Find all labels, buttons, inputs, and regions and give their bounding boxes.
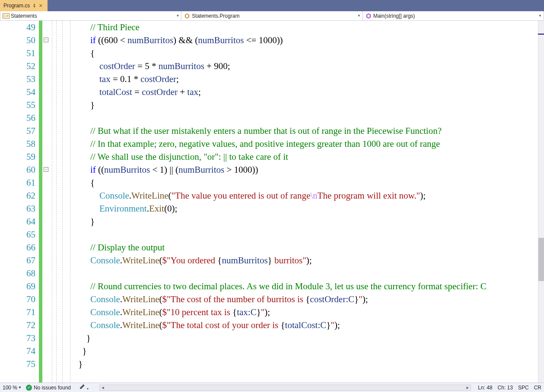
code-line[interactable]: { — [74, 47, 544, 60]
code-line[interactable]: Console.WriteLine($"10 percent tax is {t… — [74, 306, 544, 319]
code-line[interactable] — [74, 111, 544, 124]
csharp-icon: C# — [3, 13, 9, 19]
code-line[interactable]: // But what if the user mistakenly enter… — [74, 124, 544, 137]
code-line[interactable]: Console.WriteLine($"The cost of the numb… — [74, 293, 544, 306]
code-line[interactable]: Console.WriteLine($"The total cost of yo… — [74, 319, 544, 332]
document-tab-bar: Program.cs × — [0, 0, 544, 11]
close-icon[interactable]: × — [39, 3, 44, 8]
line-number: 74 — [0, 345, 35, 357]
vertical-scrollbar[interactable] — [538, 21, 544, 383]
issues-text: No issues found — [34, 385, 71, 391]
code-line[interactable]: Environment.Exit(0); — [74, 202, 544, 215]
code-line[interactable]: } — [74, 215, 544, 228]
line-ending: CR — [534, 385, 541, 391]
code-line[interactable]: // In that example; zero, negative value… — [74, 137, 544, 150]
code-line[interactable]: // Display the output — [74, 241, 544, 254]
caret-indicator — [538, 34, 544, 35]
code-nav-bar: C# Statements ▼ Statements.Program ▼ Mai… — [0, 11, 544, 21]
cursor-position[interactable]: Ln: 48 Ch: 13 SPC CR — [478, 385, 541, 391]
char-number: Ch: 13 — [498, 385, 513, 391]
line-number: 63 — [0, 202, 35, 215]
code-line[interactable]: Console.WriteLine($"You ordered {numBurr… — [74, 254, 544, 267]
tab-title: Program.cs — [3, 3, 30, 9]
line-number: 62 — [0, 189, 35, 202]
status-bar: 100 % ▼ ✓ No issues found ▾ ◄ ► Ln: 48 C… — [0, 383, 544, 392]
pin-icon[interactable] — [32, 4, 36, 8]
chevron-down-icon[interactable]: ▼ — [176, 14, 179, 18]
chevron-down-icon[interactable]: ▼ — [18, 386, 22, 389]
scroll-right-icon[interactable]: ► — [464, 385, 471, 390]
line-number: 70 — [0, 293, 35, 306]
code-body[interactable]: // Third Piece if ((600 < numBurritos) &… — [74, 21, 544, 383]
chevron-down-icon[interactable]: ▼ — [538, 14, 542, 18]
line-number: 66 — [0, 241, 35, 254]
fold-toggle[interactable]: − — [44, 38, 48, 42]
code-line[interactable]: } — [74, 357, 544, 370]
code-line[interactable]: costOrder = 5 * numBurritos + 900; — [74, 60, 544, 73]
code-line[interactable]: } — [74, 98, 544, 111]
line-number: 72 — [0, 319, 35, 332]
line-number: 67 — [0, 254, 35, 267]
scroll-left-icon[interactable]: ◄ — [100, 385, 106, 390]
code-line[interactable]: totalCost = costOrder + tax; — [74, 85, 544, 98]
line-number: 73 — [0, 332, 35, 345]
nav-method-label: Main(string[] args) — [373, 13, 415, 19]
line-number: 60 — [0, 163, 35, 176]
line-number: 59 — [0, 150, 35, 163]
nav-class-label: Statements.Program — [192, 13, 239, 19]
code-line[interactable]: if ((600 < numBurritos) && (numBurritos … — [74, 34, 544, 47]
nav-project[interactable]: C# Statements ▼ — [0, 11, 181, 20]
line-number: 54 — [0, 85, 35, 98]
fold-column[interactable]: −− — [42, 21, 51, 383]
modification-bar — [39, 21, 42, 383]
code-line[interactable] — [74, 267, 544, 280]
line-number: 75 — [0, 357, 35, 370]
code-line[interactable]: } — [74, 345, 544, 357]
method-icon — [366, 13, 372, 19]
code-editor[interactable]: 4950515253545556575859606162636465666768… — [0, 21, 544, 383]
line-number: 64 — [0, 215, 35, 228]
zoom-control[interactable]: 100 % ▼ — [3, 385, 22, 391]
code-line[interactable]: // Third Piece — [74, 21, 544, 34]
line-number: 55 — [0, 98, 35, 111]
chevron-down-icon[interactable]: ▼ — [357, 14, 361, 18]
code-line[interactable]: tax = 0.1 * costOrder; — [74, 73, 544, 85]
line-number: 69 — [0, 280, 35, 293]
pencil-icon[interactable]: ▾ — [75, 384, 92, 391]
code-line[interactable]: if ((numBurritos < 1) || (numBurritos > … — [74, 163, 544, 176]
line-number: 49 — [0, 21, 35, 34]
indent-guides — [51, 21, 59, 383]
line-number: 53 — [0, 73, 35, 85]
line-number: 56 — [0, 111, 35, 124]
check-icon: ✓ — [26, 385, 32, 391]
line-number: 50 — [0, 34, 35, 47]
nav-class[interactable]: Statements.Program ▼ — [181, 11, 363, 20]
code-line[interactable]: { — [74, 176, 544, 189]
document-tab[interactable]: Program.cs × — [0, 0, 48, 11]
line-number: 57 — [0, 124, 35, 137]
line-number: 61 — [0, 176, 35, 189]
zoom-value: 100 % — [3, 385, 17, 391]
code-line[interactable] — [74, 228, 544, 241]
nav-method[interactable]: Main(string[] args) ▼ — [363, 11, 544, 20]
code-line[interactable]: // We shall use the disjunction, "or": |… — [74, 150, 544, 163]
line-number: Ln: 48 — [478, 385, 492, 391]
indent-guides-2 — [59, 21, 74, 383]
indent-mode: SPC — [518, 385, 529, 391]
code-line[interactable]: // Round currencies to two decimal place… — [74, 280, 544, 293]
line-number: 71 — [0, 306, 35, 319]
issues-indicator[interactable]: ✓ No issues found — [26, 385, 71, 391]
code-line[interactable]: Console.WriteLine("The value you entered… — [74, 189, 544, 202]
horizontal-scrollbar[interactable]: ◄ ► — [99, 385, 471, 391]
fold-toggle[interactable]: − — [44, 167, 48, 172]
line-number-gutter: 4950515253545556575859606162636465666768… — [0, 21, 39, 383]
scrollbar-thumb[interactable] — [538, 238, 544, 281]
line-number: 52 — [0, 60, 35, 73]
line-number: 68 — [0, 267, 35, 280]
line-number: 58 — [0, 137, 35, 150]
line-number: 51 — [0, 47, 35, 60]
nav-project-label: Statements — [11, 13, 37, 19]
code-line[interactable]: } — [74, 332, 544, 345]
class-icon — [184, 13, 190, 19]
line-number: 65 — [0, 228, 35, 241]
